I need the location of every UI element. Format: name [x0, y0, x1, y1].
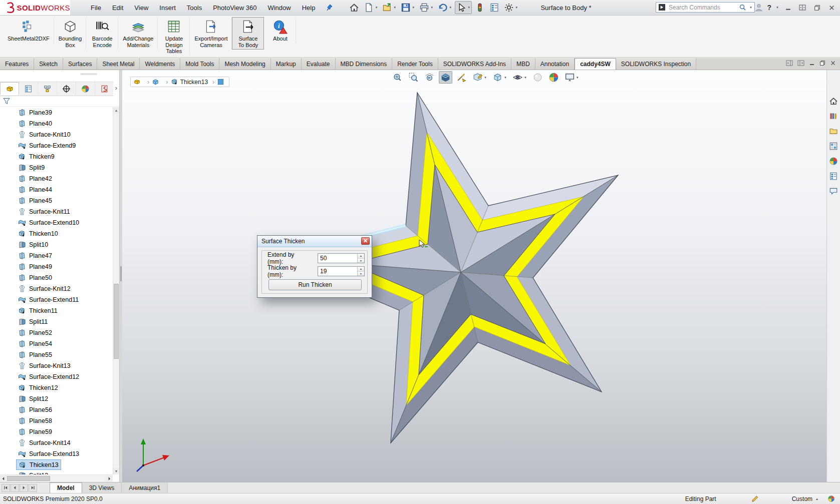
- feature-tree-item[interactable]: Plane54: [16, 338, 54, 349]
- ribbon-tab[interactable]: Surfaces: [63, 58, 97, 70]
- breadcrumb-item[interactable]: [133, 78, 152, 86]
- pin-toolbar-icon[interactable]: [326, 4, 334, 12]
- feature-tree-item[interactable]: Plane45: [16, 195, 54, 206]
- manager-tab[interactable]: [95, 82, 113, 95]
- menu-item[interactable]: View: [129, 1, 154, 15]
- feature-tree-item[interactable]: Surface-Knit11: [16, 206, 72, 217]
- ribbon-tab[interactable]: Render Tools: [392, 58, 438, 70]
- ribbon-tab[interactable]: Mesh Modeling: [219, 58, 270, 70]
- ribbon-tab[interactable]: Markup: [271, 58, 302, 70]
- doc-close-icon[interactable]: [830, 60, 836, 66]
- ribbon-tab[interactable]: MBD Dimensions: [336, 58, 393, 70]
- restore-button[interactable]: [811, 3, 822, 13]
- view-tool-button[interactable]: ▼: [563, 71, 581, 84]
- manager-tab[interactable]: [0, 82, 19, 95]
- feature-tree-item[interactable]: Surface-Extend9: [16, 140, 78, 151]
- ribbon-tab[interactable]: MBD: [511, 58, 535, 70]
- collapse-pane-left-icon[interactable]: [786, 60, 793, 67]
- minimize-button[interactable]: [782, 3, 793, 13]
- search-icon[interactable]: [739, 4, 746, 11]
- menu-item[interactable]: Tools: [181, 1, 207, 15]
- ribbon-tab[interactable]: Sketch: [34, 58, 63, 70]
- document-tab[interactable]: Анимация1: [122, 482, 168, 493]
- view-tool-button[interactable]: [531, 71, 544, 84]
- manager-tab[interactable]: [57, 82, 76, 95]
- menu-item[interactable]: Help: [297, 1, 321, 15]
- toolbar-button[interactable]: i About: [264, 17, 296, 44]
- edit-sketch-icon[interactable]: [751, 495, 759, 502]
- task-pane-button[interactable]: [828, 156, 838, 166]
- menu-item[interactable]: Insert: [154, 1, 181, 15]
- tree-filter-row[interactable]: [0, 96, 119, 107]
- feature-tree-item[interactable]: Split13: [16, 470, 50, 474]
- feature-tree-item[interactable]: Plane47: [16, 250, 54, 261]
- next-tab-icon[interactable]: [20, 484, 28, 492]
- view-tool-button[interactable]: ▼: [511, 71, 528, 84]
- feature-tree-item[interactable]: Thicken9: [16, 151, 57, 162]
- view-tool-button[interactable]: [407, 71, 420, 84]
- menu-item[interactable]: File: [85, 1, 107, 15]
- manager-tab[interactable]: [76, 82, 95, 95]
- view-tool-button[interactable]: ▼: [471, 71, 488, 84]
- feature-tree-item[interactable]: Plane44: [16, 184, 54, 195]
- extend-by-input[interactable]: 50 ▲▼: [318, 253, 365, 263]
- dropdown-caret-icon[interactable]: ▼: [412, 6, 415, 9]
- task-pane-button[interactable]: [828, 96, 838, 106]
- document-tab[interactable]: 3D Views: [82, 482, 122, 493]
- status-sphere-icon[interactable]: [827, 495, 835, 502]
- doc-restore-icon[interactable]: [819, 60, 825, 66]
- ribbon-tab[interactable]: Weldments: [140, 58, 180, 70]
- star-model[interactable]: [122, 70, 826, 482]
- feature-tree-item[interactable]: Surface-Extend10: [16, 217, 81, 228]
- graphics-viewport[interactable]: Thicken13: [122, 70, 826, 482]
- feature-tree-item[interactable]: Plane39: [16, 107, 54, 118]
- manager-tabs-overflow-icon[interactable]: ›: [115, 84, 117, 92]
- ribbon-tab[interactable]: Mold Tools: [180, 58, 219, 70]
- quickbar-button[interactable]: [473, 1, 486, 14]
- manager-tab[interactable]: [38, 82, 57, 95]
- ribbon-tab[interactable]: Sheet Metal: [97, 58, 140, 70]
- feature-tree-item[interactable]: Split10: [16, 239, 50, 250]
- span-displays-button[interactable]: [797, 3, 808, 13]
- prev-tab-icon[interactable]: [11, 484, 19, 492]
- dialog-close-button[interactable]: ✕: [361, 237, 370, 245]
- toolbar-button[interactable]: Export/Import Cameras: [190, 17, 232, 50]
- menu-item[interactable]: Edit: [107, 1, 129, 15]
- scroll-right-icon[interactable]: [106, 475, 113, 481]
- search-caret-icon[interactable]: ▼: [749, 6, 752, 9]
- search-input[interactable]: [668, 4, 737, 12]
- toolbar-button[interactable]: SheetMetal2DXF: [3, 17, 54, 44]
- filter-icon[interactable]: [3, 97, 11, 105]
- tree-vertical-scrollbar[interactable]: ▲ ▼: [113, 107, 119, 474]
- ribbon-tab[interactable]: caddy4SW: [575, 58, 616, 70]
- run-thicken-button[interactable]: Run Thicken: [268, 279, 362, 290]
- view-tool-button[interactable]: [547, 71, 561, 84]
- first-tab-icon[interactable]: [2, 484, 10, 492]
- document-tab[interactable]: Model: [50, 482, 82, 493]
- dropdown-caret-icon[interactable]: ▼: [393, 6, 396, 9]
- feature-tree-item[interactable]: Surface-Extend11: [16, 294, 81, 305]
- feature-tree-item[interactable]: Plane59: [16, 426, 54, 437]
- quickbar-button[interactable]: ▼: [362, 1, 379, 14]
- ribbon-tab[interactable]: SOLIDWORKS Add-Ins: [438, 58, 511, 70]
- ribbon-tab[interactable]: Features: [0, 58, 34, 70]
- feature-tree-item[interactable]: Split11: [16, 316, 50, 327]
- last-tab-icon[interactable]: [29, 484, 37, 492]
- scroll-up-icon[interactable]: ▲: [113, 107, 119, 114]
- quickbar-button[interactable]: ▼: [399, 1, 416, 14]
- feature-tree-item[interactable]: Thicken13: [16, 459, 61, 470]
- toolbar-button[interactable]: Barcode Encode: [86, 17, 118, 50]
- view-tool-button[interactable]: [455, 71, 468, 84]
- view-tool-button[interactable]: [423, 71, 436, 84]
- feature-tree-item[interactable]: Split9: [16, 162, 47, 173]
- units-selector[interactable]: Custom ▲: [792, 495, 818, 502]
- feature-tree-item[interactable]: Plane49: [16, 261, 54, 272]
- extend-by-spinner[interactable]: ▲▼: [357, 254, 364, 263]
- help-button[interactable]: ?: [767, 4, 771, 12]
- doc-minimize-icon[interactable]: [809, 60, 815, 66]
- feature-tree-item[interactable]: Surface-Knit14: [16, 437, 73, 448]
- dropdown-caret-icon[interactable]: ▼: [524, 76, 527, 79]
- feature-tree-item[interactable]: Thicken12: [16, 382, 60, 393]
- search-box[interactable]: ▼: [656, 2, 755, 13]
- view-tool-button[interactable]: [391, 71, 404, 84]
